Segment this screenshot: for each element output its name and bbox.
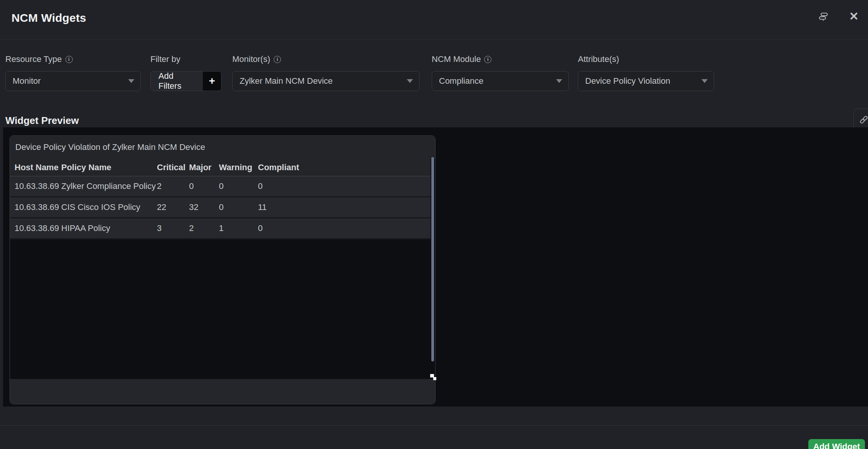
plus-icon[interactable]: + — [203, 72, 221, 91]
resource-type-group: Resource Type i Monitor — [5, 54, 141, 91]
resource-type-label: Resource Type i — [5, 54, 141, 65]
table-cell: 0 — [258, 181, 431, 191]
resize-corner-icon[interactable] — [430, 374, 437, 381]
table-cell: 2 — [157, 181, 189, 191]
widget-preview-heading: Widget Preview — [5, 115, 79, 127]
table-cell: Zylker Compliance Policy — [61, 181, 157, 191]
add-filters-control[interactable]: Add Filters + — [150, 71, 222, 91]
dialog-header: NCM Widgets ✕ — [0, 0, 868, 39]
table-cell: 0 — [258, 223, 431, 233]
dialog-footer: Add Widget — [0, 425, 868, 449]
header-actions: ✕ — [817, 10, 860, 23]
add-widget-button[interactable]: Add Widget — [808, 439, 865, 449]
link-icon — [858, 114, 868, 125]
filter-by-label: Filter by — [150, 54, 222, 65]
page-title: NCM Widgets — [11, 11, 86, 24]
attributes-label-text: Attribute(s) — [578, 54, 619, 64]
widget-title: Device Policy Violation of Zylker Main N… — [10, 136, 435, 159]
ncm-module-group: NCM Module i Compliance — [432, 54, 569, 91]
resource-type-value: Monitor — [13, 76, 41, 86]
add-filters-button[interactable]: Add Filters — [151, 72, 203, 91]
close-icon: ✕ — [849, 11, 858, 22]
monitors-dropdown[interactable]: Zylker Main NCM Device — [232, 71, 419, 91]
column-header[interactable]: Critical — [157, 163, 189, 172]
filter-by-group: Filter by Add Filters + — [150, 54, 222, 91]
info-icon[interactable]: i — [65, 56, 73, 63]
monitors-value: Zylker Main NCM Device — [240, 76, 333, 86]
table-cell: 0 — [219, 202, 258, 212]
table-cell: 0 — [189, 181, 219, 191]
column-header[interactable]: Host Name — [15, 163, 61, 172]
column-header[interactable]: Warning — [219, 163, 258, 172]
table-row[interactable]: 10.63.38.69Zylker Compliance Policy2000 — [10, 176, 431, 197]
table-cell: 32 — [189, 202, 219, 212]
widget-preview-area: Device Policy Violation of Zylker Main N… — [3, 127, 868, 407]
table-cell: 10.63.38.69 — [15, 181, 61, 191]
widget-layout-button[interactable] — [817, 10, 830, 23]
dropdown-caret-icon — [128, 79, 134, 83]
table-cell: 3 — [157, 223, 189, 233]
filter-by-label-text: Filter by — [150, 54, 180, 64]
monitors-label-text: Monitor(s) — [232, 54, 270, 64]
dropdown-caret-icon — [702, 79, 708, 83]
table-cell: HIPAA Policy — [61, 223, 157, 233]
ncm-module-label: NCM Module i — [432, 54, 569, 65]
close-button[interactable]: ✕ — [847, 10, 860, 23]
table-cell: 1 — [219, 223, 258, 233]
widget-footer — [10, 379, 435, 404]
dropdown-caret-icon — [556, 79, 562, 83]
attributes-value: Device Policy Violation — [585, 76, 670, 86]
table-cell: CIS Cisco IOS Policy — [61, 202, 157, 212]
info-icon[interactable]: i — [274, 56, 281, 63]
resource-type-label-text: Resource Type — [5, 54, 62, 64]
ncm-module-label-text: NCM Module — [432, 54, 481, 64]
table-cell: 10.63.38.69 — [15, 202, 61, 212]
resource-type-dropdown[interactable]: Monitor — [5, 71, 141, 91]
info-icon[interactable]: i — [484, 56, 491, 63]
column-header[interactable]: Major — [189, 163, 219, 172]
attributes-dropdown[interactable]: Device Policy Violation — [578, 71, 714, 91]
table-cell: 22 — [157, 202, 189, 212]
table-row[interactable]: 10.63.38.69HIPAA Policy3210 — [10, 218, 431, 239]
widget-preview-panel: Device Policy Violation of Zylker Main N… — [10, 135, 436, 404]
monitors-label: Monitor(s) i — [232, 54, 419, 65]
attributes-label: Attribute(s) — [578, 54, 714, 65]
widget-layout-icon — [817, 11, 829, 22]
table-cell: 0 — [219, 181, 258, 191]
table-body: 10.63.38.69Zylker Compliance Policy20001… — [10, 176, 435, 239]
table-cell: 11 — [258, 202, 431, 212]
attributes-group: Attribute(s) Device Policy Violation — [578, 54, 714, 91]
dropdown-caret-icon — [407, 79, 413, 83]
ncm-module-dropdown[interactable]: Compliance — [432, 71, 569, 91]
column-header[interactable]: Compliant — [258, 163, 431, 172]
table-row[interactable]: 10.63.38.69CIS Cisco IOS Policy2232011 — [10, 197, 431, 218]
vertical-scrollbar[interactable] — [431, 157, 434, 361]
monitors-group: Monitor(s) i Zylker Main NCM Device — [232, 54, 419, 91]
ncm-module-value: Compliance — [439, 76, 483, 86]
table-header-row: Host NamePolicy NameCriticalMajorWarning… — [10, 159, 431, 176]
table-cell: 2 — [189, 223, 219, 233]
column-header[interactable]: Policy Name — [61, 163, 157, 172]
table-cell: 10.63.38.69 — [15, 223, 61, 233]
